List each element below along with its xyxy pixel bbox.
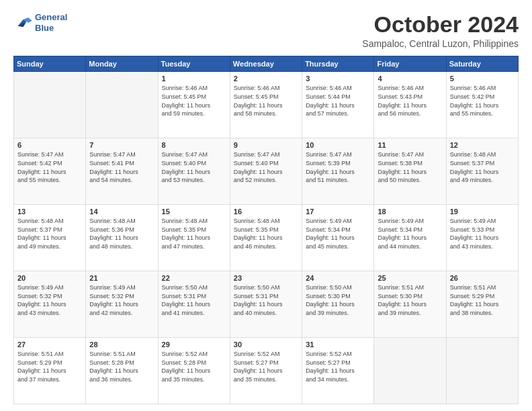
day-info: Sunrise: 5:52 AM Sunset: 5:27 PM Dayligh… — [306, 350, 370, 383]
day-number: 26 — [450, 274, 515, 282]
day-info: Sunrise: 5:46 AM Sunset: 5:45 PM Dayligh… — [162, 84, 226, 118]
day-info: Sunrise: 5:48 AM Sunset: 5:35 PM Dayligh… — [162, 217, 226, 250]
day-number: 17 — [306, 208, 370, 216]
calendar-day-cell: 12Sunrise: 5:48 AM Sunset: 5:37 PM Dayli… — [446, 138, 518, 205]
day-info: Sunrise: 5:47 AM Sunset: 5:42 PM Dayligh… — [17, 150, 82, 184]
logo-icon — [13, 15, 32, 30]
day-number: 18 — [378, 208, 442, 216]
day-number: 7 — [89, 141, 154, 149]
calendar-day-cell: 28Sunrise: 5:51 AM Sunset: 5:28 PM Dayli… — [86, 338, 158, 404]
weekday-header: Tuesday — [158, 56, 230, 72]
day-info: Sunrise: 5:50 AM Sunset: 5:30 PM Dayligh… — [306, 283, 370, 317]
calendar-day-cell: 8Sunrise: 5:47 AM Sunset: 5:40 PM Daylig… — [158, 138, 230, 205]
day-number: 8 — [162, 141, 226, 149]
calendar-day-cell: 20Sunrise: 5:49 AM Sunset: 5:32 PM Dayli… — [14, 271, 86, 338]
weekday-header: Friday — [374, 56, 446, 72]
day-number: 28 — [89, 340, 154, 349]
calendar-day-cell: 13Sunrise: 5:48 AM Sunset: 5:37 PM Dayli… — [14, 205, 86, 271]
calendar-day-cell: 24Sunrise: 5:50 AM Sunset: 5:30 PM Dayli… — [302, 271, 374, 338]
day-number: 16 — [234, 208, 298, 216]
day-info: Sunrise: 5:48 AM Sunset: 5:36 PM Dayligh… — [89, 217, 154, 250]
calendar-day-cell: 27Sunrise: 5:51 AM Sunset: 5:29 PM Dayli… — [14, 338, 86, 404]
day-number: 21 — [89, 274, 154, 282]
day-info: Sunrise: 5:46 AM Sunset: 5:43 PM Dayligh… — [378, 84, 442, 118]
day-number: 24 — [306, 274, 370, 282]
calendar-day-cell: 23Sunrise: 5:50 AM Sunset: 5:31 PM Dayli… — [230, 271, 302, 338]
weekday-header: Sunday — [14, 56, 86, 72]
calendar-day-cell: 10Sunrise: 5:47 AM Sunset: 5:39 PM Dayli… — [302, 138, 374, 205]
day-number: 20 — [17, 274, 82, 282]
calendar-day-cell: 3Sunrise: 5:46 AM Sunset: 5:44 PM Daylig… — [302, 72, 374, 138]
calendar-day-cell: 26Sunrise: 5:51 AM Sunset: 5:29 PM Dayli… — [446, 271, 518, 338]
calendar-day-cell: 22Sunrise: 5:50 AM Sunset: 5:31 PM Dayli… — [158, 271, 230, 338]
weekday-header: Thursday — [302, 56, 374, 72]
calendar-day-cell: 11Sunrise: 5:47 AM Sunset: 5:38 PM Dayli… — [374, 138, 446, 205]
day-number: 14 — [89, 208, 154, 216]
calendar-day-cell: 30Sunrise: 5:52 AM Sunset: 5:27 PM Dayli… — [230, 338, 302, 404]
calendar-day-cell: 6Sunrise: 5:47 AM Sunset: 5:42 PM Daylig… — [14, 138, 86, 205]
calendar-day-cell: 7Sunrise: 5:47 AM Sunset: 5:41 PM Daylig… — [86, 138, 158, 205]
day-info: Sunrise: 5:49 AM Sunset: 5:32 PM Dayligh… — [17, 283, 82, 317]
calendar-day-cell: 1Sunrise: 5:46 AM Sunset: 5:45 PM Daylig… — [158, 72, 230, 138]
day-info: Sunrise: 5:51 AM Sunset: 5:29 PM Dayligh… — [17, 350, 82, 383]
weekday-header: Monday — [86, 56, 158, 72]
calendar-week-row: 27Sunrise: 5:51 AM Sunset: 5:29 PM Dayli… — [14, 338, 519, 404]
calendar-day-cell: 5Sunrise: 5:46 AM Sunset: 5:42 PM Daylig… — [446, 72, 518, 138]
day-number: 4 — [378, 75, 442, 83]
day-info: Sunrise: 5:48 AM Sunset: 5:37 PM Dayligh… — [17, 217, 82, 250]
page: General Blue October 2024 Sampaloc, Cent… — [0, 0, 532, 411]
day-info: Sunrise: 5:48 AM Sunset: 5:37 PM Dayligh… — [450, 150, 515, 184]
calendar-week-row: 6Sunrise: 5:47 AM Sunset: 5:42 PM Daylig… — [14, 138, 519, 205]
day-number: 27 — [17, 340, 82, 349]
calendar-day-cell: 14Sunrise: 5:48 AM Sunset: 5:36 PM Dayli… — [86, 205, 158, 271]
calendar-header-row: SundayMondayTuesdayWednesdayThursdayFrid… — [14, 56, 519, 72]
day-info: Sunrise: 5:47 AM Sunset: 5:41 PM Dayligh… — [89, 150, 154, 184]
day-number: 6 — [17, 141, 82, 149]
calendar-day-cell: 25Sunrise: 5:51 AM Sunset: 5:30 PM Dayli… — [374, 271, 446, 338]
day-number: 30 — [234, 340, 298, 349]
day-number: 3 — [306, 75, 370, 83]
day-number: 25 — [378, 274, 442, 282]
calendar-week-row: 20Sunrise: 5:49 AM Sunset: 5:32 PM Dayli… — [14, 271, 519, 338]
day-info: Sunrise: 5:47 AM Sunset: 5:40 PM Dayligh… — [162, 150, 226, 184]
calendar-day-cell: 21Sunrise: 5:49 AM Sunset: 5:32 PM Dayli… — [86, 271, 158, 338]
day-number: 31 — [306, 340, 370, 349]
day-info: Sunrise: 5:50 AM Sunset: 5:31 PM Dayligh… — [162, 283, 226, 317]
day-info: Sunrise: 5:47 AM Sunset: 5:39 PM Dayligh… — [306, 150, 370, 184]
calendar-day-cell: 4Sunrise: 5:46 AM Sunset: 5:43 PM Daylig… — [374, 72, 446, 138]
day-info: Sunrise: 5:47 AM Sunset: 5:38 PM Dayligh… — [378, 150, 442, 184]
calendar-day-cell — [446, 338, 518, 404]
day-number: 23 — [234, 274, 298, 282]
weekday-header: Saturday — [446, 56, 518, 72]
day-info: Sunrise: 5:49 AM Sunset: 5:34 PM Dayligh… — [306, 217, 370, 250]
day-info: Sunrise: 5:51 AM Sunset: 5:29 PM Dayligh… — [450, 283, 515, 317]
calendar-day-cell: 31Sunrise: 5:52 AM Sunset: 5:27 PM Dayli… — [302, 338, 374, 404]
day-info: Sunrise: 5:51 AM Sunset: 5:30 PM Dayligh… — [378, 283, 442, 317]
calendar-day-cell: 18Sunrise: 5:49 AM Sunset: 5:34 PM Dayli… — [374, 205, 446, 271]
day-info: Sunrise: 5:52 AM Sunset: 5:27 PM Dayligh… — [234, 350, 298, 383]
calendar-day-cell — [14, 72, 86, 138]
calendar-day-cell: 16Sunrise: 5:48 AM Sunset: 5:35 PM Dayli… — [230, 205, 302, 271]
day-info: Sunrise: 5:46 AM Sunset: 5:42 PM Dayligh… — [450, 84, 515, 118]
location: Sampaloc, Central Luzon, Philippines — [362, 38, 519, 49]
day-number: 15 — [162, 208, 226, 216]
calendar-table: SundayMondayTuesdayWednesdayThursdayFrid… — [13, 56, 519, 404]
logo: General Blue — [13, 12, 67, 33]
day-info: Sunrise: 5:46 AM Sunset: 5:44 PM Dayligh… — [306, 84, 370, 118]
weekday-header: Wednesday — [230, 56, 302, 72]
day-number: 2 — [234, 75, 298, 83]
title-block: October 2024 Sampaloc, Central Luzon, Ph… — [362, 12, 519, 49]
day-info: Sunrise: 5:49 AM Sunset: 5:34 PM Dayligh… — [378, 217, 442, 250]
day-number: 10 — [306, 141, 370, 149]
day-info: Sunrise: 5:50 AM Sunset: 5:31 PM Dayligh… — [234, 283, 298, 317]
day-number: 22 — [162, 274, 226, 282]
calendar-day-cell — [374, 338, 446, 404]
calendar-day-cell: 2Sunrise: 5:46 AM Sunset: 5:45 PM Daylig… — [230, 72, 302, 138]
day-number: 11 — [378, 141, 442, 149]
day-number: 1 — [162, 75, 226, 83]
calendar-day-cell: 17Sunrise: 5:49 AM Sunset: 5:34 PM Dayli… — [302, 205, 374, 271]
day-number: 19 — [450, 208, 515, 216]
day-number: 9 — [234, 141, 298, 149]
day-number: 29 — [162, 340, 226, 349]
day-number: 5 — [450, 75, 515, 83]
